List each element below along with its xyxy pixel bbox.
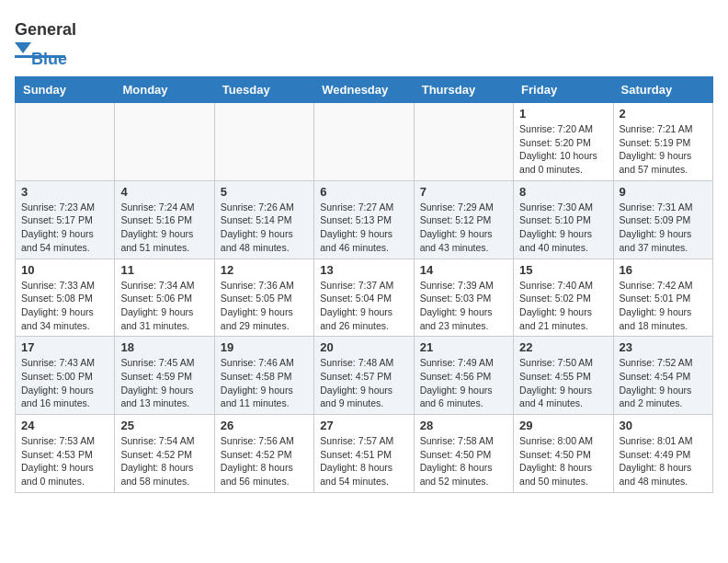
calendar-day-cell: 7Sunrise: 7:29 AMSunset: 5:12 PMDaylight…: [414, 180, 513, 259]
day-number: 14: [420, 263, 507, 277]
day-number: 10: [21, 263, 108, 277]
day-number: 1: [519, 107, 607, 121]
day-number: 16: [620, 263, 707, 277]
day-info: Sunrise: 8:00 AMSunset: 4:50 PMDaylight:…: [519, 434, 607, 488]
day-number: 12: [221, 263, 308, 277]
day-info: Sunrise: 7:56 AMSunset: 4:52 PMDaylight:…: [221, 434, 308, 488]
day-number: 18: [120, 340, 208, 354]
calendar-day-cell: 18Sunrise: 7:45 AMSunset: 4:59 PMDayligh…: [115, 337, 214, 415]
calendar-day-cell: 4Sunrise: 7:24 AMSunset: 5:16 PMDaylight…: [115, 180, 214, 259]
day-info: Sunrise: 7:30 AMSunset: 5:10 PMDaylight:…: [519, 201, 607, 255]
day-number: 6: [320, 185, 407, 199]
calendar-week-row: 3Sunrise: 7:23 AMSunset: 5:17 PMDaylight…: [16, 180, 713, 259]
calendar-day-cell: [214, 103, 313, 181]
day-number: 25: [120, 419, 208, 432]
day-number: 22: [519, 340, 607, 354]
calendar-day-cell: 15Sunrise: 7:40 AMSunset: 5:02 PMDayligh…: [514, 259, 613, 337]
calendar-day-cell: 26Sunrise: 7:56 AMSunset: 4:52 PMDayligh…: [214, 415, 313, 493]
day-info: Sunrise: 7:57 AMSunset: 4:51 PMDaylight:…: [320, 434, 407, 488]
day-info: Sunrise: 7:21 AMSunset: 5:19 PMDaylight:…: [620, 122, 707, 177]
calendar-day-cell: 8Sunrise: 7:30 AMSunset: 5:10 PMDaylight…: [514, 180, 613, 259]
calendar-day-cell: 16Sunrise: 7:42 AMSunset: 5:01 PMDayligh…: [613, 259, 712, 337]
day-info: Sunrise: 7:31 AMSunset: 5:09 PMDaylight:…: [620, 201, 707, 255]
calendar-day-cell: 27Sunrise: 7:57 AMSunset: 4:51 PMDayligh…: [314, 415, 414, 493]
calendar-day-cell: 17Sunrise: 7:43 AMSunset: 5:00 PMDayligh…: [16, 337, 115, 415]
calendar-day-cell: 12Sunrise: 7:36 AMSunset: 5:05 PMDayligh…: [214, 259, 313, 337]
calendar-week-row: 1Sunrise: 7:20 AMSunset: 5:20 PMDaylight…: [16, 103, 713, 181]
day-info: Sunrise: 7:49 AMSunset: 4:56 PMDaylight:…: [420, 356, 507, 410]
day-info: Sunrise: 7:36 AMSunset: 5:05 PMDaylight:…: [221, 279, 308, 333]
day-info: Sunrise: 7:40 AMSunset: 5:02 PMDaylight:…: [519, 279, 607, 333]
day-number: 5: [221, 185, 308, 199]
weekday-header-wednesday: Wednesday: [314, 77, 414, 103]
calendar-day-cell: 30Sunrise: 8:01 AMSunset: 4:49 PMDayligh…: [613, 415, 712, 493]
calendar-day-cell: 14Sunrise: 7:39 AMSunset: 5:03 PMDayligh…: [414, 259, 513, 337]
day-info: Sunrise: 7:23 AMSunset: 5:17 PMDaylight:…: [21, 201, 108, 255]
weekday-header-sunday: Sunday: [16, 77, 115, 103]
calendar-day-cell: 22Sunrise: 7:50 AMSunset: 4:55 PMDayligh…: [514, 337, 613, 415]
calendar-table: SundayMondayTuesdayWednesdayThursdayFrid…: [15, 76, 713, 493]
day-number: 7: [420, 185, 507, 199]
weekday-header-saturday: Saturday: [613, 77, 712, 103]
day-number: 27: [320, 419, 407, 432]
day-number: 15: [519, 263, 607, 277]
calendar-day-cell: 24Sunrise: 7:53 AMSunset: 4:53 PMDayligh…: [16, 415, 115, 493]
day-info: Sunrise: 7:33 AMSunset: 5:08 PMDaylight:…: [21, 279, 108, 333]
calendar-day-cell: 5Sunrise: 7:26 AMSunset: 5:14 PMDaylight…: [214, 180, 313, 259]
calendar-day-cell: 2Sunrise: 7:21 AMSunset: 5:19 PMDaylight…: [613, 103, 712, 181]
day-info: Sunrise: 7:42 AMSunset: 5:01 PMDaylight:…: [620, 279, 707, 333]
day-info: Sunrise: 7:53 AMSunset: 4:53 PMDaylight:…: [21, 434, 108, 488]
day-number: 23: [620, 340, 707, 354]
day-info: Sunrise: 7:34 AMSunset: 5:06 PMDaylight:…: [120, 279, 208, 333]
weekday-header-tuesday: Tuesday: [214, 77, 313, 103]
weekday-header-thursday: Thursday: [414, 77, 513, 103]
day-number: 24: [21, 419, 108, 432]
logo: General Blue: [15, 15, 97, 65]
day-number: 28: [420, 419, 507, 432]
calendar-day-cell: [414, 103, 513, 181]
day-info: Sunrise: 7:45 AMSunset: 4:59 PMDaylight:…: [120, 356, 208, 410]
day-info: Sunrise: 7:26 AMSunset: 5:14 PMDaylight:…: [221, 201, 308, 255]
day-number: 3: [21, 185, 108, 199]
logo-svg: General Blue: [15, 15, 97, 65]
day-info: Sunrise: 7:24 AMSunset: 5:16 PMDaylight:…: [120, 201, 208, 255]
calendar-day-cell: 20Sunrise: 7:48 AMSunset: 4:57 PMDayligh…: [314, 337, 414, 415]
svg-marker-1: [15, 42, 31, 53]
calendar-day-cell: 10Sunrise: 7:33 AMSunset: 5:08 PMDayligh…: [16, 259, 115, 337]
day-info: Sunrise: 7:48 AMSunset: 4:57 PMDaylight:…: [320, 356, 407, 410]
weekday-header-friday: Friday: [514, 77, 613, 103]
day-number: 2: [620, 107, 707, 121]
svg-text:General: General: [15, 20, 76, 39]
day-info: Sunrise: 7:20 AMSunset: 5:20 PMDaylight:…: [519, 122, 607, 177]
svg-text:Blue: Blue: [31, 50, 67, 65]
day-info: Sunrise: 7:39 AMSunset: 5:03 PMDaylight:…: [420, 279, 507, 333]
calendar-day-cell: 28Sunrise: 7:58 AMSunset: 4:50 PMDayligh…: [414, 415, 513, 493]
calendar-day-cell: 1Sunrise: 7:20 AMSunset: 5:20 PMDaylight…: [514, 103, 613, 181]
weekday-header-row: SundayMondayTuesdayWednesdayThursdayFrid…: [16, 77, 713, 103]
page-header: General Blue: [15, 15, 713, 65]
day-number: 11: [120, 263, 208, 277]
day-number: 20: [320, 340, 407, 354]
day-info: Sunrise: 7:54 AMSunset: 4:52 PMDaylight:…: [120, 434, 208, 488]
day-number: 9: [620, 185, 707, 199]
calendar-day-cell: 11Sunrise: 7:34 AMSunset: 5:06 PMDayligh…: [115, 259, 214, 337]
calendar-day-cell: 3Sunrise: 7:23 AMSunset: 5:17 PMDaylight…: [16, 180, 115, 259]
day-info: Sunrise: 7:27 AMSunset: 5:13 PMDaylight:…: [320, 201, 407, 255]
day-info: Sunrise: 7:37 AMSunset: 5:04 PMDaylight:…: [320, 279, 407, 333]
day-info: Sunrise: 7:29 AMSunset: 5:12 PMDaylight:…: [420, 201, 507, 255]
calendar-day-cell: 25Sunrise: 7:54 AMSunset: 4:52 PMDayligh…: [115, 415, 214, 493]
day-number: 29: [519, 419, 607, 432]
day-info: Sunrise: 7:52 AMSunset: 4:54 PMDaylight:…: [620, 356, 707, 410]
day-number: 26: [221, 419, 308, 432]
day-number: 17: [21, 340, 108, 354]
day-number: 21: [420, 340, 507, 354]
day-info: Sunrise: 7:46 AMSunset: 4:58 PMDaylight:…: [221, 356, 308, 410]
day-info: Sunrise: 7:50 AMSunset: 4:55 PMDaylight:…: [519, 356, 607, 410]
day-info: Sunrise: 7:58 AMSunset: 4:50 PMDaylight:…: [420, 434, 507, 488]
calendar-day-cell: 29Sunrise: 8:00 AMSunset: 4:50 PMDayligh…: [514, 415, 613, 493]
day-number: 19: [221, 340, 308, 354]
day-number: 4: [120, 185, 208, 199]
calendar-week-row: 24Sunrise: 7:53 AMSunset: 4:53 PMDayligh…: [16, 415, 713, 493]
day-number: 13: [320, 263, 407, 277]
day-info: Sunrise: 7:43 AMSunset: 5:00 PMDaylight:…: [21, 356, 108, 410]
